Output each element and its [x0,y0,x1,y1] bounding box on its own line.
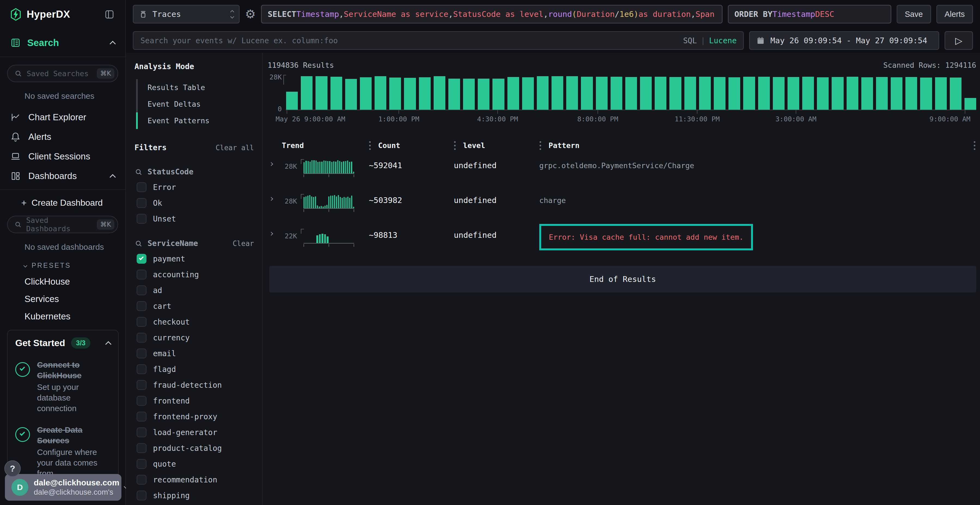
expand-row-icon[interactable] [269,232,273,236]
order-by-input[interactable]: ORDER BY Timestamp DESC [728,5,891,24]
filter-option[interactable]: Unset [134,214,254,224]
sql-select-input[interactable]: SELECT Timestamp, ServiceName as service… [261,5,722,24]
filter-option[interactable]: accounting [134,270,254,279]
search-input[interactable] [140,36,679,45]
x-axis-ticks [286,110,976,114]
create-dashboard-button[interactable]: + Create Dashboard [21,197,125,208]
chevron-up-icon[interactable] [110,174,116,180]
save-button[interactable]: Save [897,5,931,24]
search-icon [14,221,22,229]
checkbox[interactable] [137,270,146,279]
checkbox[interactable] [137,396,146,406]
checkbox[interactable] [137,380,146,390]
column-resize-handle[interactable] [539,141,541,151]
sidebar-item-client-sessions[interactable]: Client Sessions [0,148,125,165]
checkbox[interactable] [137,286,146,295]
presets-toggle[interactable]: PRESETS [24,262,125,269]
clear-link[interactable]: Clear [233,240,254,248]
get-started-item[interactable]: Create Data Sources Configure where your… [15,424,111,479]
checkbox[interactable] [137,459,146,469]
column-resize-handle[interactable] [369,141,371,151]
filter-option[interactable]: fraud-detection [134,380,254,390]
filter-option[interactable]: payment [134,254,254,264]
filter-option[interactable]: currency [134,333,254,343]
histogram-plot[interactable] [286,75,976,110]
checkbox[interactable] [137,443,146,453]
checkbox[interactable] [137,364,146,374]
table-menu-icon[interactable] [974,141,976,151]
table-row[interactable]: 22K ~98813 undefined Error: Visa cache f… [269,228,977,255]
search-icon[interactable] [134,240,143,248]
source-settings-gear-icon[interactable]: ⚙ [245,8,256,20]
avatar: D [11,479,28,496]
saved-searches-input[interactable]: Saved Searches ⌘K [7,65,118,82]
checkbox[interactable] [137,198,146,208]
filter-option[interactable]: shipping [134,491,254,500]
filter-option[interactable]: recommendation [134,475,254,484]
expand-row-icon[interactable] [269,162,273,166]
user-menu[interactable]: D dale@clickhouse.com dale@clickhouse.co… [5,474,121,501]
col-header-trend[interactable]: Trend [282,141,304,150]
mode-event-patterns[interactable]: Event Patterns [136,113,254,129]
sidebar-item-alerts[interactable]: Alerts [0,128,125,146]
filter-option[interactable]: product-catalog [134,443,254,453]
filter-option[interactable]: checkout [134,317,254,327]
database-icon [139,10,148,19]
source-select[interactable]: Traces [133,5,240,24]
clear-all-link[interactable]: Clear all [216,144,254,152]
filter-option[interactable]: Error [134,182,254,192]
run-query-button[interactable]: ▷ [945,31,973,50]
checkbox[interactable] [137,254,146,264]
preset-item[interactable]: Kubernetes [24,311,125,322]
filter-option[interactable]: email [134,349,254,358]
checkbox[interactable] [137,214,146,224]
preset-item[interactable]: Services [24,294,125,304]
sql-mode-toggle[interactable]: SQL [683,36,697,45]
sidebar-item-search[interactable]: Search [0,29,125,57]
sidebar-item-chart-explorer[interactable]: Chart Explorer [0,108,125,126]
lucene-mode-toggle[interactable]: Lucene [709,36,737,45]
mode-results-table[interactable]: Results Table [136,79,254,96]
table-row[interactable]: 28K ~592041 undefined grpc.oteldemo.Paym… [269,158,977,185]
mode-event-deltas[interactable]: Event Deltas [136,96,254,113]
table-row[interactable]: 28K ~503982 undefined charge [269,193,977,220]
checkbox[interactable] [137,301,146,311]
chart-explorer-label: Chart Explorer [28,112,86,122]
alerts-button[interactable]: Alerts [937,5,973,24]
checkbox[interactable] [137,349,146,358]
filter-option[interactable]: quote [134,459,254,469]
saved-dashboards-input[interactable]: Saved Dashboards ⌘K [7,216,118,233]
filter-option[interactable]: cart [134,301,254,311]
column-resize-handle[interactable] [454,141,456,151]
chart-icon [10,112,21,122]
filter-option[interactable]: load-generator [134,427,254,437]
col-header-level[interactable]: level [463,141,485,151]
col-header-count[interactable]: Count [378,141,400,151]
help-button[interactable]: ? [4,461,21,477]
checkbox[interactable] [137,491,146,500]
filter-option[interactable]: frontend [134,396,254,406]
checkbox[interactable] [137,333,146,343]
filter-group-servicename: ServiceName Clear payment [134,239,254,505]
chevron-up-icon[interactable] [110,41,116,47]
checkbox[interactable] [137,412,146,421]
checkbox[interactable] [137,182,146,192]
checkbox[interactable] [137,427,146,437]
filter-option[interactable]: ad [134,286,254,295]
filter-option[interactable]: frontend-proxy [134,412,254,421]
checkbox[interactable] [137,317,146,327]
expand-row-icon[interactable] [269,197,273,201]
get-started-item[interactable]: Connect to ClickHouse Set up your databa… [15,359,111,414]
preset-item[interactable]: ClickHouse [24,276,125,287]
filter-option[interactable]: flagd [134,364,254,374]
highlighted-error-pattern[interactable]: Error: Visa cache full: cannot add new i… [539,224,753,250]
col-header-pattern[interactable]: Pattern [549,141,579,151]
sidebar-collapse-icon[interactable] [104,9,115,20]
chevron-up-icon[interactable] [105,341,111,347]
checkbox[interactable] [137,475,146,484]
search-icon[interactable] [134,168,143,176]
get-started-header[interactable]: Get Started 3/3 [15,337,111,349]
date-range-picker[interactable]: May 26 09:09:54 - May 27 09:09:54 [749,31,939,50]
sidebar-item-dashboards[interactable]: Dashboards [0,167,125,185]
filter-option[interactable]: Ok [134,198,254,208]
